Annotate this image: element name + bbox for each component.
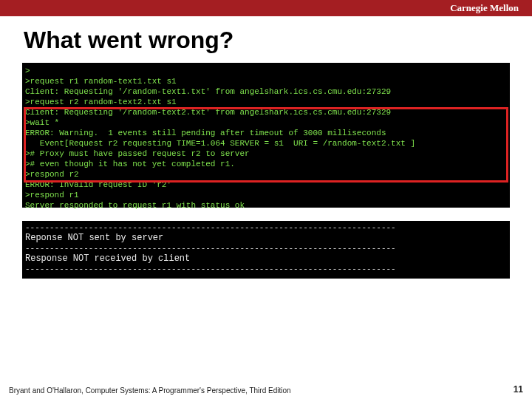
term-line: > <box>22 66 510 76</box>
terminal-upper: > >request r1 random-text1.txt s1 Client… <box>22 63 510 208</box>
server-not-sent-label: Reponse NOT sent by server <box>22 233 510 243</box>
footer: Bryant and O'Hallaron, Computer Systems:… <box>0 384 532 395</box>
terminal-lower-wrap: ----------------------------------------… <box>22 221 510 279</box>
topbar: Carnegie Mellon <box>0 0 532 16</box>
term-line: >respond r1 <box>22 190 510 200</box>
dash-line: ----------------------------------------… <box>22 222 510 233</box>
dash-line: ----------------------------------------… <box>22 264 510 274</box>
page-number: 11 <box>514 384 523 395</box>
dash-line: ----------------------------------------… <box>22 243 510 253</box>
slide-title: What went wrong? <box>0 16 532 63</box>
term-line: ERROR: Invalid request ID 'r2' <box>22 180 510 190</box>
term-line: >respond r2 <box>22 169 510 180</box>
term-line: Client: Requesting '/random-text1.txt' f… <box>22 86 510 97</box>
footer-citation: Bryant and O'Hallaron, Computer Systems:… <box>9 386 291 395</box>
term-line: >wait * <box>22 117 510 128</box>
brand-text: Carnegie Mellon <box>450 2 519 14</box>
term-line: Client: Requesting '/random-text2.txt' f… <box>22 107 510 117</box>
terminal-upper-wrap: > >request r1 random-text1.txt s1 Client… <box>22 63 510 208</box>
slide: Carnegie Mellon What went wrong? > >requ… <box>0 0 532 399</box>
term-line: >request r1 random-text1.txt s1 <box>22 76 510 86</box>
term-line: >request r2 random-text2.txt s1 <box>22 97 510 107</box>
terminal-lower: ----------------------------------------… <box>22 221 510 279</box>
term-line: ERROR: Warning. 1 events still pending a… <box>22 128 510 138</box>
term-line: ># Proxy must have passed request r2 to … <box>22 149 510 159</box>
term-line: Server responded to request r1 with stat… <box>22 200 510 211</box>
term-line: ># even though it has not yet completed … <box>22 159 510 169</box>
term-line: Event[Request r2 requesting TIME=1.064 S… <box>22 138 510 149</box>
client-not-received-label: Response NOT received by client <box>22 253 510 264</box>
